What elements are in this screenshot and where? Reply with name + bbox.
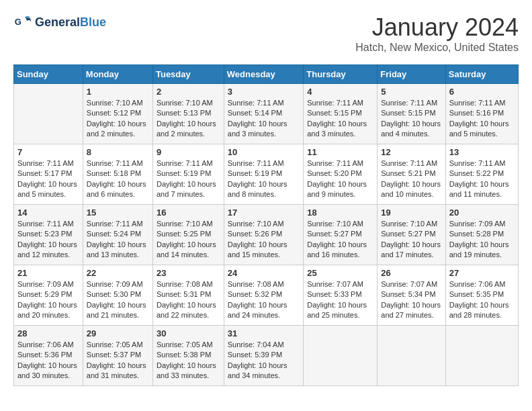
header: G GeneralBlue January 2024 Hatch, New Me… — [13, 13, 519, 54]
calendar-cell: 25Sunrise: 7:07 AMSunset: 5:33 PMDayligh… — [304, 265, 378, 326]
day-info: Sunrise: 7:10 AMSunset: 5:25 PMDaylight:… — [157, 219, 220, 261]
day-number: 1 — [87, 87, 149, 97]
day-number: 27 — [449, 268, 515, 278]
day-number: 22 — [87, 268, 149, 278]
day-info: Sunrise: 7:11 AMSunset: 5:15 PMDaylight:… — [381, 98, 441, 140]
day-number: 6 — [449, 87, 515, 97]
day-number: 14 — [17, 208, 79, 218]
day-info: Sunrise: 7:11 AMSunset: 5:19 PMDaylight:… — [228, 158, 300, 200]
week-row-4: 28Sunrise: 7:06 AMSunset: 5:36 PMDayligh… — [14, 326, 519, 386]
day-number: 3 — [228, 87, 300, 97]
calendar-cell — [445, 326, 518, 386]
day-number: 23 — [157, 268, 220, 278]
calendar-cell: 27Sunrise: 7:06 AMSunset: 5:35 PMDayligh… — [445, 265, 518, 326]
day-info: Sunrise: 7:08 AMSunset: 5:32 PMDaylight:… — [228, 279, 300, 321]
calendar-table: SundayMondayTuesdayWednesdayThursdayFrid… — [13, 64, 519, 386]
day-info: Sunrise: 7:10 AMSunset: 5:27 PMDaylight:… — [381, 219, 441, 261]
day-number: 24 — [228, 268, 300, 278]
day-info: Sunrise: 7:11 AMSunset: 5:14 PMDaylight:… — [228, 98, 300, 140]
header-day-tuesday: Tuesday — [152, 65, 224, 84]
calendar-cell: 20Sunrise: 7:09 AMSunset: 5:28 PMDayligh… — [445, 205, 518, 265]
calendar-cell: 13Sunrise: 7:11 AMSunset: 5:22 PMDayligh… — [445, 144, 518, 205]
calendar-cell: 18Sunrise: 7:10 AMSunset: 5:27 PMDayligh… — [304, 205, 378, 265]
day-info: Sunrise: 7:04 AMSunset: 5:39 PMDaylight:… — [228, 340, 300, 381]
calendar-cell: 8Sunrise: 7:11 AMSunset: 5:18 PMDaylight… — [83, 144, 152, 205]
calendar-cell: 19Sunrise: 7:10 AMSunset: 5:27 PMDayligh… — [378, 205, 445, 265]
day-number: 5 — [381, 87, 441, 97]
day-number: 7 — [17, 147, 79, 157]
calendar-cell — [304, 326, 378, 386]
day-info: Sunrise: 7:11 AMSunset: 5:20 PMDaylight:… — [307, 158, 373, 200]
calendar-cell: 12Sunrise: 7:11 AMSunset: 5:21 PMDayligh… — [378, 144, 445, 205]
day-info: Sunrise: 7:11 AMSunset: 5:16 PMDaylight:… — [449, 98, 515, 140]
week-row-1: 7Sunrise: 7:11 AMSunset: 5:17 PMDaylight… — [14, 144, 519, 205]
day-number: 11 — [307, 147, 373, 157]
day-info: Sunrise: 7:07 AMSunset: 5:33 PMDaylight:… — [307, 279, 373, 321]
calendar-cell: 6Sunrise: 7:11 AMSunset: 5:16 PMDaylight… — [445, 84, 518, 144]
day-info: Sunrise: 7:10 AMSunset: 5:26 PMDaylight:… — [228, 219, 300, 261]
day-info: Sunrise: 7:05 AMSunset: 5:38 PMDaylight:… — [157, 340, 220, 381]
day-info: Sunrise: 7:09 AMSunset: 5:30 PMDaylight:… — [87, 279, 149, 321]
calendar-cell: 9Sunrise: 7:11 AMSunset: 5:19 PMDaylight… — [152, 144, 224, 205]
day-info: Sunrise: 7:06 AMSunset: 5:36 PMDaylight:… — [17, 340, 79, 381]
day-number: 19 — [381, 208, 441, 218]
calendar-cell: 24Sunrise: 7:08 AMSunset: 5:32 PMDayligh… — [224, 265, 303, 326]
day-info: Sunrise: 7:11 AMSunset: 5:19 PMDaylight:… — [157, 158, 220, 200]
calendar-cell: 4Sunrise: 7:11 AMSunset: 5:15 PMDaylight… — [304, 84, 378, 144]
day-number: 12 — [381, 147, 441, 157]
calendar-cell — [14, 84, 83, 144]
header-row: SundayMondayTuesdayWednesdayThursdayFrid… — [14, 65, 519, 84]
calendar-cell: 10Sunrise: 7:11 AMSunset: 5:19 PMDayligh… — [224, 144, 303, 205]
calendar-cell: 14Sunrise: 7:11 AMSunset: 5:23 PMDayligh… — [14, 205, 83, 265]
day-info: Sunrise: 7:10 AMSunset: 5:27 PMDaylight:… — [307, 219, 373, 261]
calendar-cell: 26Sunrise: 7:07 AMSunset: 5:34 PMDayligh… — [378, 265, 445, 326]
calendar-cell: 11Sunrise: 7:11 AMSunset: 5:20 PMDayligh… — [304, 144, 378, 205]
month-title: January 2024 — [355, 13, 519, 42]
logo-line2: Blue — [80, 15, 106, 29]
day-info: Sunrise: 7:11 AMSunset: 5:15 PMDaylight:… — [307, 98, 373, 140]
day-number: 9 — [157, 147, 220, 157]
day-info: Sunrise: 7:11 AMSunset: 5:22 PMDaylight:… — [449, 158, 515, 200]
calendar-cell: 15Sunrise: 7:11 AMSunset: 5:24 PMDayligh… — [83, 205, 152, 265]
day-number: 30 — [157, 328, 220, 338]
day-number: 13 — [449, 147, 515, 157]
calendar-cell: 1Sunrise: 7:10 AMSunset: 5:12 PMDaylight… — [83, 84, 152, 144]
calendar-cell: 16Sunrise: 7:10 AMSunset: 5:25 PMDayligh… — [152, 205, 224, 265]
day-number: 16 — [157, 208, 220, 218]
svg-text:G: G — [15, 17, 21, 27]
title-area: January 2024 Hatch, New Mexico, United S… — [355, 13, 519, 54]
header-day-thursday: Thursday — [304, 65, 378, 84]
day-info: Sunrise: 7:11 AMSunset: 5:18 PMDaylight:… — [87, 158, 149, 200]
header-day-wednesday: Wednesday — [224, 65, 303, 84]
calendar-cell: 3Sunrise: 7:11 AMSunset: 5:14 PMDaylight… — [224, 84, 303, 144]
day-info: Sunrise: 7:11 AMSunset: 5:21 PMDaylight:… — [381, 158, 441, 200]
day-number: 2 — [157, 87, 220, 97]
logo-line1: GeneralBlue — [35, 16, 106, 30]
calendar-cell: 2Sunrise: 7:10 AMSunset: 5:13 PMDaylight… — [152, 84, 224, 144]
header-day-saturday: Saturday — [445, 65, 518, 84]
day-info: Sunrise: 7:11 AMSunset: 5:17 PMDaylight:… — [17, 158, 79, 200]
week-row-2: 14Sunrise: 7:11 AMSunset: 5:23 PMDayligh… — [14, 205, 519, 265]
week-row-0: 1Sunrise: 7:10 AMSunset: 5:12 PMDaylight… — [14, 84, 519, 144]
calendar-cell: 22Sunrise: 7:09 AMSunset: 5:30 PMDayligh… — [83, 265, 152, 326]
day-number: 26 — [381, 268, 441, 278]
day-info: Sunrise: 7:08 AMSunset: 5:31 PMDaylight:… — [157, 279, 220, 321]
calendar-cell: 23Sunrise: 7:08 AMSunset: 5:31 PMDayligh… — [152, 265, 224, 326]
calendar-cell: 28Sunrise: 7:06 AMSunset: 5:36 PMDayligh… — [14, 326, 83, 386]
calendar-cell: 7Sunrise: 7:11 AMSunset: 5:17 PMDaylight… — [14, 144, 83, 205]
day-number: 20 — [449, 208, 515, 218]
header-day-monday: Monday — [83, 65, 152, 84]
day-info: Sunrise: 7:11 AMSunset: 5:23 PMDaylight:… — [17, 219, 79, 261]
day-number: 4 — [307, 87, 373, 97]
logo-icon: G — [13, 13, 32, 32]
day-number: 28 — [17, 328, 79, 338]
day-info: Sunrise: 7:09 AMSunset: 5:29 PMDaylight:… — [17, 279, 79, 321]
day-info: Sunrise: 7:11 AMSunset: 5:24 PMDaylight:… — [87, 219, 149, 261]
day-number: 18 — [307, 208, 373, 218]
day-number: 29 — [87, 328, 149, 338]
day-number: 8 — [87, 147, 149, 157]
header-day-friday: Friday — [378, 65, 445, 84]
day-number: 25 — [307, 268, 373, 278]
day-number: 21 — [17, 268, 79, 278]
logo-text-block: GeneralBlue — [35, 16, 106, 30]
